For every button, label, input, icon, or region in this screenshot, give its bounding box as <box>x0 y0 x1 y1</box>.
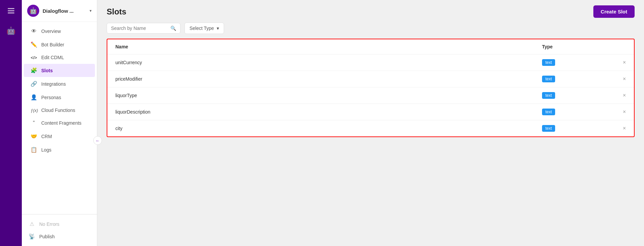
slot-type: text <box>542 59 609 66</box>
sidebar-item-no-errors[interactable]: ⚠ No Errors <box>22 218 97 230</box>
sidebar-collapse-button[interactable]: ← <box>93 136 102 145</box>
column-header-type: Type <box>542 44 609 49</box>
sidebar-label-content-fragments: Content Fragments <box>41 120 82 126</box>
slot-type: text <box>542 109 609 115</box>
select-type-label: Select Type <box>190 26 214 31</box>
slot-name: liquorType <box>115 93 542 98</box>
search-icon: 🔍 <box>170 26 176 31</box>
main-header: Slots Create Slot <box>97 0 644 23</box>
column-header-name: Name <box>115 44 542 49</box>
type-badge: text <box>542 76 555 82</box>
sidebar-item-integrations[interactable]: 🔗 Integrations <box>24 77 95 90</box>
svg-rect-0 <box>8 8 14 9</box>
slot-name: priceModifier <box>115 76 542 82</box>
delete-button[interactable]: × <box>609 109 626 115</box>
select-type-dropdown[interactable]: Select Type ▾ <box>184 23 224 34</box>
sidebar-label-logs: Logs <box>41 147 51 153</box>
type-badge: text <box>542 125 555 132</box>
sidebar-item-overview[interactable]: 👁 Overview <box>24 25 95 38</box>
search-input[interactable] <box>111 26 168 31</box>
icon-bar: 🤖 <box>0 0 22 246</box>
overview-icon: 👁 <box>31 28 37 34</box>
sidebar-label-bot-builder: Bot Builder <box>41 42 64 47</box>
personas-icon: 👤 <box>31 94 37 100</box>
bot-builder-icon: ✏️ <box>31 41 37 48</box>
table-row: liquorDescription text × <box>107 104 634 120</box>
robot-small-icon[interactable]: 🤖 <box>4 24 18 38</box>
cloud-functions-icon: ƒ(x) <box>31 108 37 113</box>
publish-icon: 📡 <box>29 233 35 240</box>
svg-rect-2 <box>8 12 14 13</box>
sidebar: 🤖 Dialogflow ... ▾ 👁 Overview ✏️ Bot Bui… <box>22 0 97 246</box>
type-badge: text <box>542 92 555 99</box>
app-logo: 🤖 <box>27 5 39 17</box>
sidebar-label-publish: Publish <box>39 234 55 239</box>
slot-type: text <box>542 76 609 82</box>
search-wrapper: 🔍 <box>107 23 180 34</box>
content-fragments-icon: “ <box>31 120 37 126</box>
sidebar-item-logs[interactable]: 📋 Logs <box>24 143 95 156</box>
integrations-icon: 🔗 <box>31 81 37 87</box>
logs-icon: 📋 <box>31 147 37 153</box>
sidebar-label-no-errors: No Errors <box>39 221 59 227</box>
sidebar-item-bot-builder[interactable]: ✏️ Bot Builder <box>24 38 95 51</box>
table-row: city text × <box>107 120 634 136</box>
chevron-down-icon: ▾ <box>217 26 219 31</box>
delete-button[interactable]: × <box>609 76 626 82</box>
sidebar-nav: 👁 Overview ✏️ Bot Builder </> Edit CDML … <box>22 22 97 214</box>
slot-type: text <box>542 92 609 99</box>
slot-name: unitCurrency <box>115 60 542 65</box>
slot-name: city <box>115 126 542 131</box>
type-badge: text <box>542 59 555 66</box>
sidebar-item-crm[interactable]: 🤝 CRM <box>24 130 95 143</box>
slot-name: liquorDescription <box>115 109 542 115</box>
create-slot-button[interactable]: Create Slot <box>593 5 635 18</box>
sidebar-label-crm: CRM <box>41 134 52 139</box>
sidebar-item-edit-cdml[interactable]: </> Edit CDML <box>24 51 95 64</box>
sidebar-chevron-icon[interactable]: ▾ <box>90 8 92 13</box>
sidebar-item-cloud-functions[interactable]: ƒ(x) Cloud Functions <box>24 104 95 116</box>
page-title: Slots <box>107 7 126 16</box>
sidebar-item-slots[interactable]: 🧩 Slots <box>24 64 95 77</box>
app-title: Dialogflow ... <box>43 8 86 14</box>
table-row: liquorType text × <box>107 87 634 104</box>
delete-button[interactable]: × <box>609 125 626 131</box>
sidebar-label-personas: Personas <box>41 95 61 100</box>
table-header: Name Type <box>107 39 634 54</box>
delete-button[interactable]: × <box>609 59 626 66</box>
sidebar-item-content-fragments[interactable]: “ Content Fragments <box>24 117 95 129</box>
sidebar-label-cloud-functions: Cloud Functions <box>41 108 75 113</box>
table-row: unitCurrency text × <box>107 54 634 71</box>
filter-bar: 🔍 Select Type ▾ <box>97 23 644 39</box>
delete-button[interactable]: × <box>609 92 626 98</box>
sidebar-header: 🤖 Dialogflow ... ▾ <box>22 0 97 22</box>
sidebar-label-integrations: Integrations <box>41 81 66 87</box>
svg-rect-1 <box>8 10 14 11</box>
warning-icon: ⚠ <box>29 221 35 227</box>
sidebar-label-slots: Slots <box>41 68 53 73</box>
edit-cdml-icon: </> <box>31 55 37 60</box>
sidebar-label-edit-cdml: Edit CDML <box>41 55 64 60</box>
table-row: priceModifier text × <box>107 71 634 87</box>
slot-type: text <box>542 125 609 132</box>
type-badge: text <box>542 109 555 115</box>
menu-icon[interactable] <box>4 4 18 17</box>
sidebar-label-overview: Overview <box>41 29 61 34</box>
crm-icon: 🤝 <box>31 133 37 139</box>
sidebar-item-publish[interactable]: 📡 Publish <box>22 230 97 243</box>
sidebar-item-personas[interactable]: 👤 Personas <box>24 91 95 104</box>
slots-icon: 🧩 <box>31 67 37 74</box>
sidebar-footer: ⚠ No Errors 📡 Publish <box>22 214 97 246</box>
slots-table: Name Type unitCurrency text × priceModif… <box>107 39 635 137</box>
main-content: Slots Create Slot 🔍 Select Type ▾ Name T… <box>97 0 644 246</box>
